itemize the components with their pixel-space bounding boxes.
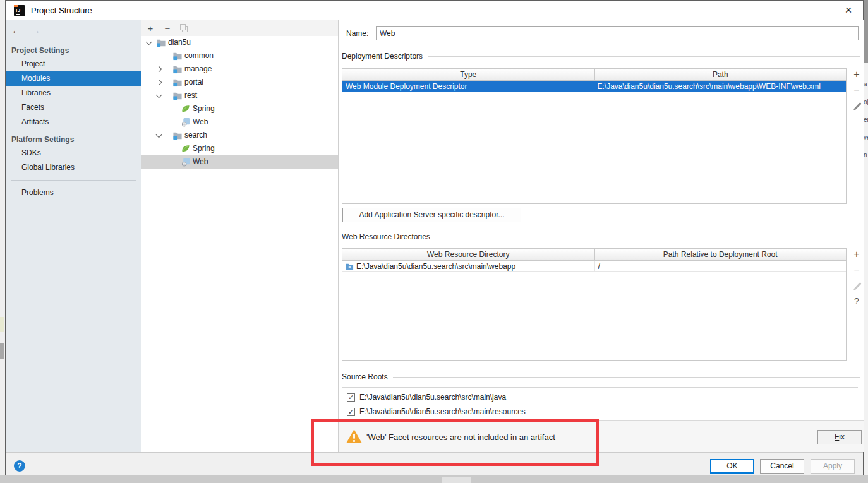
tree-row-dian5u[interactable]: dian5u (141, 36, 338, 49)
web-resource-directories-table: Web Resource Directory Path Relative to … (342, 248, 847, 361)
table-header: Type Path (342, 69, 846, 81)
tree-row-rest-spring[interactable]: Spring (141, 102, 338, 116)
descriptor-path-cell: E:\Java\dian5u\dian5u.search\src\main\we… (594, 81, 847, 92)
cancel-button[interactable]: Cancel (760, 459, 804, 474)
sidebar-item-global-libraries[interactable]: Global Libraries (6, 160, 141, 175)
sidebar-item-sdks[interactable]: SDKs (6, 146, 141, 160)
problem-warning-strip: 'Web' Facet resources are not included i… (339, 420, 864, 452)
title-bar: IJ Project Structure × (6, 1, 863, 20)
background-window-fragment (864, 0, 868, 63)
web-folder-icon (346, 262, 354, 270)
help-icon[interactable]: ? (854, 296, 859, 306)
column-header-type[interactable]: Type (342, 69, 594, 80)
add-icon[interactable]: + (853, 249, 859, 259)
table-row[interactable]: Web Module Deployment Descriptor E:\Java… (342, 81, 846, 92)
column-header-path[interactable]: Path (594, 69, 847, 80)
help-icon[interactable]: ? (14, 460, 25, 472)
background-text-fragment: n (864, 152, 868, 158)
warning-triangle-icon (346, 429, 363, 444)
module-folder-icon (172, 64, 183, 74)
tree-row-manage[interactable]: manage (141, 63, 338, 76)
close-icon[interactable]: × (840, 3, 857, 18)
web-resource-directories-toolbar: + − ? (849, 249, 864, 306)
sidebar-item-project[interactable]: Project (6, 57, 141, 71)
back-icon[interactable]: ← (11, 25, 21, 38)
chevron-down-icon[interactable] (156, 92, 162, 98)
remove-icon[interactable]: − (853, 85, 859, 95)
background-text-fragment: a (864, 81, 868, 88)
sidebar-header-project-settings: Project Settings (6, 44, 141, 57)
tree-row-search-spring[interactable]: Spring (141, 142, 338, 155)
background-window-fragment (442, 477, 471, 483)
web-resource-directories-title: Web Resource Directories (342, 232, 430, 241)
sidebar-item-artifacts[interactable]: Artifacts (6, 115, 141, 129)
fix-button[interactable]: Fix (817, 430, 862, 444)
tree-row-portal[interactable]: portal (141, 76, 338, 89)
chevron-down-icon[interactable] (146, 39, 152, 45)
checkbox-checked-icon[interactable]: ✓ (347, 408, 355, 416)
sidebar-item-facets[interactable]: Facets (6, 100, 141, 115)
module-folder-icon (172, 91, 183, 100)
dialog-title: Project Structure (31, 6, 92, 15)
edit-pencil-icon (852, 281, 862, 290)
tree-toolbar: + − (141, 20, 338, 36)
dialog-footer: ? OK Cancel Apply (6, 452, 863, 475)
intellij-idea-icon: IJ (14, 5, 25, 16)
project-structure-dialog: IJ Project Structure × ← → Project Setti… (5, 0, 864, 475)
chevron-down-icon[interactable] (156, 132, 162, 138)
sidebar-header-platform-settings: Platform Settings (6, 133, 141, 146)
source-root-path: E:\Java\dian5u\dian5u.search\src\main\ja… (359, 393, 506, 402)
background-window-fragment: a oj er ve n (864, 63, 868, 475)
tree-row-search-web-selected[interactable]: Web (141, 155, 338, 169)
facet-config-panel: Name: Deployment Descriptors Type Path W… (339, 20, 864, 452)
name-input[interactable] (376, 26, 859, 40)
deployment-descriptors-toolbar: + − (849, 69, 864, 110)
tree-row-common[interactable]: common (141, 49, 338, 63)
add-module-icon[interactable]: + (146, 23, 155, 33)
sidebar-item-modules[interactable]: Modules (6, 71, 141, 86)
add-icon[interactable]: + (853, 69, 859, 80)
background-text-fragment: oj (864, 98, 868, 105)
resource-directory-cell: E:\Java\dian5u\dian5u.search\src\main\we… (356, 261, 515, 271)
edit-pencil-icon[interactable] (852, 101, 862, 110)
background-taskbar-strip (0, 475, 868, 483)
add-app-server-descriptor-button[interactable]: Add Application Server specific descript… (342, 208, 521, 222)
forward-icon: → (31, 25, 40, 38)
column-header-path-relative[interactable]: Path Relative to Deployment Root (594, 249, 847, 260)
web-facet-icon (181, 117, 191, 127)
background-text-fragment: er (864, 116, 868, 123)
chevron-right-icon[interactable] (156, 80, 162, 86)
module-folder-icon (172, 78, 183, 87)
checkbox-checked-icon[interactable]: ✓ (347, 393, 355, 402)
sidebar-item-libraries[interactable]: Libraries (6, 86, 141, 100)
tree-row-rest-web[interactable]: Web (141, 116, 338, 129)
module-folder-icon (156, 38, 166, 47)
module-folder-icon (172, 51, 183, 61)
relative-path-cell: / (594, 261, 847, 271)
column-header-web-resource-directory[interactable]: Web Resource Directory (342, 249, 594, 260)
table-row[interactable]: E:\Java\dian5u\dian5u.search\src\main\we… (342, 261, 846, 272)
source-roots-title: Source Roots (342, 373, 388, 381)
chevron-right-icon[interactable] (156, 66, 162, 73)
source-root-row: ✓ E:\Java\dian5u\dian5u.search\src\main\… (347, 407, 526, 417)
deployment-descriptors-separator: Deployment Descriptors (342, 52, 860, 61)
navigation-arrows: ← → (6, 20, 141, 38)
tree-row-search[interactable]: search (141, 129, 338, 142)
descriptor-type-cell: Web Module Deployment Descriptor (342, 81, 594, 92)
deployment-descriptors-title: Deployment Descriptors (342, 52, 423, 61)
remove-icon: − (853, 265, 859, 275)
name-label: Name: (346, 29, 368, 38)
copy-module-icon[interactable] (180, 24, 188, 33)
spring-facet-icon (181, 104, 191, 114)
apply-button: Apply (811, 459, 855, 474)
table-header: Web Resource Directory Path Relative to … (342, 249, 846, 261)
source-roots-list: ✓ E:\Java\dian5u\dian5u.search\src\main\… (342, 387, 858, 420)
module-tree-panel: + − dian5u common manage portal rest (141, 20, 339, 452)
ok-button[interactable]: OK (710, 459, 754, 474)
remove-module-icon[interactable]: − (163, 23, 172, 33)
background-window-fragment (0, 317, 4, 332)
tree-row-rest[interactable]: rest (141, 89, 338, 102)
spring-facet-icon (181, 144, 191, 153)
sidebar-item-problems[interactable]: Problems (6, 186, 141, 200)
background-window-fragment (0, 343, 4, 359)
